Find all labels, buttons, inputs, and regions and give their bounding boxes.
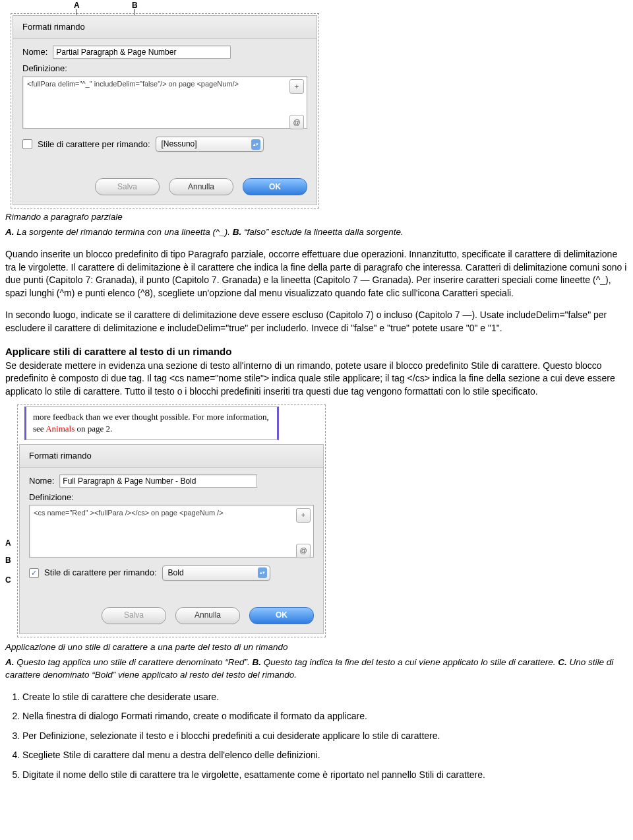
steps-list: Create lo stile di carattere che desider…	[5, 691, 628, 782]
figure1-caption: Rimando a paragrafo parziale	[5, 211, 628, 224]
nome-label-2: Nome:	[29, 475, 54, 487]
body-p2: In secondo luogo, indicate se il caratte…	[5, 309, 628, 335]
ok-button-2[interactable]: OK	[249, 607, 314, 624]
preview-after: on page 2.	[75, 424, 112, 434]
at-icon[interactable]: @	[289, 115, 304, 129]
style-select-value: [Nessuno]	[162, 139, 197, 150]
cancel-button-2[interactable]: Annulla	[175, 607, 240, 624]
definizione-label-2: Definizione:	[29, 492, 314, 503]
definizione-textarea[interactable]: <fullPara delim="^_" includeDelim="false…	[22, 76, 307, 129]
callout-b: B	[132, 0, 138, 11]
callout-a: A	[74, 0, 80, 11]
nome-input-2[interactable]	[59, 474, 257, 488]
save-button-2[interactable]: Salva	[102, 607, 166, 624]
chevron-updown-icon: ▴▾	[258, 567, 267, 578]
style-select-value-2: Bold	[168, 567, 184, 579]
step-1: Create lo stile di carattere che desider…	[22, 691, 628, 704]
plus-icon[interactable]: +	[296, 508, 311, 523]
style-select[interactable]: [Nessuno] ▴▾	[156, 137, 264, 152]
step-4: Scegliete Stile di carattere dal menu a …	[22, 749, 628, 762]
side-c: C	[5, 575, 11, 586]
cancel-button[interactable]: Annulla	[169, 178, 233, 195]
at-icon[interactable]: @	[296, 544, 311, 558]
ok-button[interactable]: OK	[243, 178, 307, 195]
figure2-caption: Applicazione di uno stile di carattere a…	[5, 641, 628, 654]
preview-frame: more feedback than we ever thought possi…	[24, 406, 279, 439]
dialog-title-2: Formati rimando	[20, 445, 323, 468]
nome-input[interactable]	[53, 46, 231, 59]
chevron-updown-icon: ▴▾	[251, 139, 260, 150]
dialog-formati-rimando-2: Formati rimando Nome: Definizione: <cs n…	[19, 444, 324, 634]
figure2-legend: A. Questo tag applica uno stile di carat…	[5, 657, 628, 682]
figure1-legend: A. La sorgente del rimando termina con u…	[5, 226, 628, 239]
style-checkbox-label-2: Stile di carattere per rimando:	[44, 567, 157, 579]
definizione-label: Definizione:	[22, 63, 307, 75]
save-button[interactable]: Salva	[95, 178, 160, 195]
definizione-text: <fullPara delim="^_" includeDelim="false…	[27, 80, 239, 88]
body-p1: Quando inserite un blocco predefinito di…	[5, 248, 628, 300]
step-3: Per Definizione, selezionate il testo e …	[22, 730, 628, 743]
dialog-formati-rimando-1: Formati rimando Nome: Definizione: <full…	[13, 15, 317, 205]
side-b: B	[5, 555, 11, 566]
style-checkbox-label: Stile di carattere per rimando:	[38, 139, 150, 150]
dialog-title: Formati rimando	[13, 16, 316, 39]
style-checkbox[interactable]	[22, 139, 32, 149]
plus-icon[interactable]: +	[289, 79, 304, 94]
side-a: A	[5, 538, 11, 549]
nome-label: Nome:	[22, 46, 47, 58]
preview-red: Animals	[45, 424, 75, 434]
definizione-textarea-2[interactable]: <cs name="Red" ><fullPara /></cs> on pag…	[29, 505, 314, 558]
step-2: Nella finestra di dialogo Formati rimand…	[22, 710, 628, 723]
section-heading: Applicare stili di carattere al testo di…	[5, 344, 628, 358]
step-5: Digitate il nome dello stile di caratter…	[22, 769, 628, 782]
definizione-text-2: <cs name="Red" ><fullPara /></cs> on pag…	[34, 509, 224, 517]
body-p3: Se desiderate mettere in evidenza una se…	[5, 360, 628, 399]
style-select-2[interactable]: Bold ▴▾	[162, 565, 270, 581]
style-checkbox-2[interactable]: ✓	[29, 568, 39, 578]
